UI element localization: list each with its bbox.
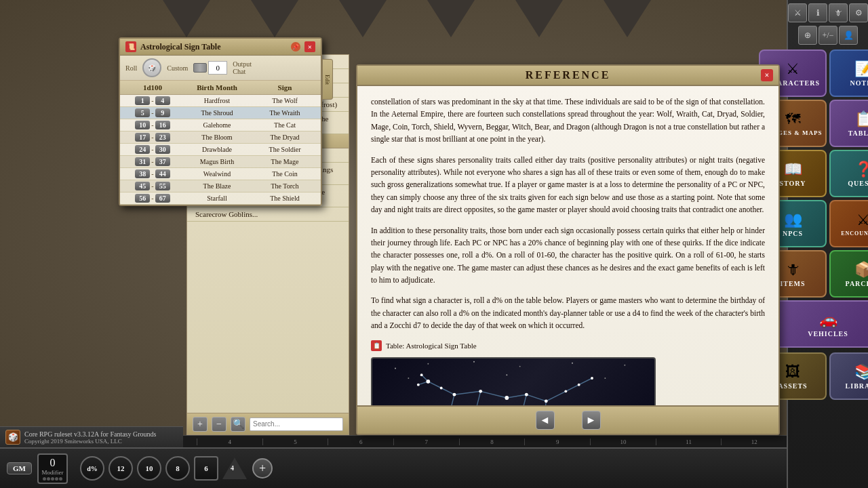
- custom-value[interactable]: 0: [208, 61, 227, 75]
- table-row[interactable]: 5 - 9 The Shroud The Wraith: [120, 107, 321, 119]
- col-roll: 1d100: [125, 83, 180, 92]
- range-dash: -: [151, 109, 153, 117]
- month-cell: The Shroud: [180, 109, 254, 117]
- list-item[interactable]: Scarecrow Goblins...: [187, 207, 349, 222]
- table-row[interactable]: 24 - 30 Drawblade The Soldier: [120, 144, 321, 156]
- toolbar-btn-gear[interactable]: ⚙: [849, 3, 868, 22]
- nav-btn-notes[interactable]: 📝 Notes: [829, 49, 868, 97]
- month-cell: The Blaze: [180, 182, 254, 190]
- lib-search-button[interactable]: 🔍: [231, 417, 245, 432]
- ruler-mark: 8: [459, 439, 525, 445]
- ref-prev-button[interactable]: ◄: [536, 411, 555, 430]
- toolbar-btn-person[interactable]: 👤: [839, 26, 858, 45]
- output-control: Output Chat: [233, 60, 252, 75]
- sign-cell: The Wraith: [254, 109, 315, 117]
- bottom-bar: GM 0 Modifier d% 12 10 8 6 4 +: [0, 447, 787, 488]
- table-row[interactable]: 1 - 4 Hardfrost The Wolf: [120, 95, 321, 107]
- range-start: 1: [135, 96, 150, 105]
- range-cell: 5 - 9: [125, 108, 180, 117]
- svg-point-27: [505, 396, 509, 400]
- lib-add-button[interactable]: +: [193, 417, 208, 432]
- range-start: 5: [135, 108, 150, 117]
- toolbar-btn-settings[interactable]: ⊕: [798, 26, 817, 45]
- ruler-mark: 11: [656, 439, 722, 445]
- nav-btn-tables[interactable]: 📋 Tables: [829, 100, 868, 147]
- output-label: Output: [233, 60, 252, 68]
- custom-icon: [193, 63, 207, 73]
- astro-pin-icon[interactable]: 📌: [291, 42, 300, 52]
- range-end: 67: [155, 194, 170, 203]
- nav-btn-parcels[interactable]: 📦 Parcels: [829, 250, 868, 298]
- parcels-icon: 📦: [854, 261, 869, 279]
- die-d100[interactable]: d%: [80, 456, 104, 481]
- svg-line-17: [546, 392, 566, 402]
- roll-button[interactable]: 🎲: [142, 58, 161, 77]
- encounters-label: Encounters: [841, 230, 868, 237]
- svg-line-10: [454, 392, 481, 395]
- table-row[interactable]: 56 - 67 Starfall The Shield: [120, 192, 321, 205]
- range-dash: -: [151, 195, 153, 202]
- svg-line-12: [428, 382, 441, 388]
- toolbar-btn-info[interactable]: ℹ: [808, 3, 827, 22]
- nav-btn-quests[interactable]: ❓ Quests: [829, 150, 868, 197]
- range-dash: -: [151, 134, 153, 141]
- astro-close-button[interactable]: ×: [304, 41, 315, 52]
- toolbar-btn-sword[interactable]: ⚔: [788, 3, 807, 22]
- toolbar-btn-plusminus[interactable]: +/−: [818, 26, 837, 45]
- ref-paragraph-2: Each of these signs shares personality t…: [371, 154, 765, 216]
- die-d4[interactable]: 4: [222, 458, 247, 479]
- ref-close-button[interactable]: ×: [761, 69, 773, 81]
- nav-btn-encounters[interactable]: ⚔ Encounters: [829, 200, 868, 247]
- ref-table-icon: 📋: [371, 340, 382, 351]
- svg-point-0: [395, 368, 396, 369]
- ruler-mark: 5: [262, 439, 328, 445]
- dot: [55, 477, 58, 481]
- die-d12[interactable]: 12: [108, 456, 133, 481]
- table-row[interactable]: 17 - 23 The Bloom The Dryad: [120, 131, 321, 144]
- astro-title-text: Astrological Sign Table: [140, 42, 287, 52]
- ruler-mark: 6: [328, 439, 393, 445]
- gm-badge: GM: [7, 462, 32, 474]
- range-start: 24: [135, 145, 150, 154]
- add-button[interactable]: +: [252, 458, 273, 479]
- range-cell: 24 - 30: [125, 145, 180, 154]
- range-start: 31: [135, 157, 150, 166]
- custom-control: 0: [193, 61, 227, 75]
- parcels-label: Parcels: [846, 280, 868, 287]
- table-row[interactable]: 45 - 55 The Blaze The Torch: [120, 180, 321, 192]
- table-row[interactable]: 31 - 37 Magus Birth The Mage: [120, 156, 321, 168]
- range-end: 44: [155, 169, 170, 178]
- toolbar-btn-dagger[interactable]: 🗡: [829, 3, 848, 22]
- svg-point-4: [572, 363, 573, 364]
- range-dash: -: [151, 146, 153, 153]
- right-toolbar-row2: ⊕ +/− 👤: [798, 26, 858, 45]
- sign-cell: The Torch: [254, 182, 315, 190]
- die-d10[interactable]: 10: [137, 456, 161, 481]
- die-d8[interactable]: 8: [165, 456, 190, 481]
- lib-search-input[interactable]: [250, 418, 343, 431]
- range-cell: 31 - 37: [125, 157, 180, 166]
- range-start: 45: [135, 182, 150, 190]
- table-row[interactable]: 10 - 16 Galehome The Cat: [120, 119, 321, 131]
- astro-sign-table-window: 📜 Astrological Sign Table 📌 × Roll 🎲 Cus…: [119, 37, 322, 206]
- lib-minus-button[interactable]: −: [212, 417, 226, 432]
- library-label: Library: [846, 382, 868, 390]
- assets-label: Assets: [778, 382, 807, 390]
- range-cell: 10 - 16: [125, 121, 180, 129]
- nav-btn-library[interactable]: 📚 Library: [829, 352, 868, 400]
- svg-point-35: [545, 400, 548, 403]
- table-row[interactable]: 38 - 44 Wealwind The Coin: [120, 168, 321, 180]
- die-d6[interactable]: 6: [194, 456, 218, 481]
- ref-next-button[interactable]: ►: [582, 411, 601, 430]
- range-dash: -: [151, 182, 153, 190]
- custom-label: Custom: [167, 64, 188, 72]
- astro-side-tab[interactable]: Edit: [322, 59, 333, 100]
- range-end: 30: [155, 145, 170, 154]
- range-end: 55: [155, 182, 170, 190]
- range-end: 23: [155, 133, 170, 142]
- svg-line-15: [507, 394, 526, 398]
- month-cell: Galehome: [180, 121, 254, 129]
- tables-label: Tables: [848, 129, 868, 137]
- range-end: 16: [155, 121, 170, 129]
- ref-table-link[interactable]: 📋 Table: Astrological Sign Table: [371, 340, 765, 352]
